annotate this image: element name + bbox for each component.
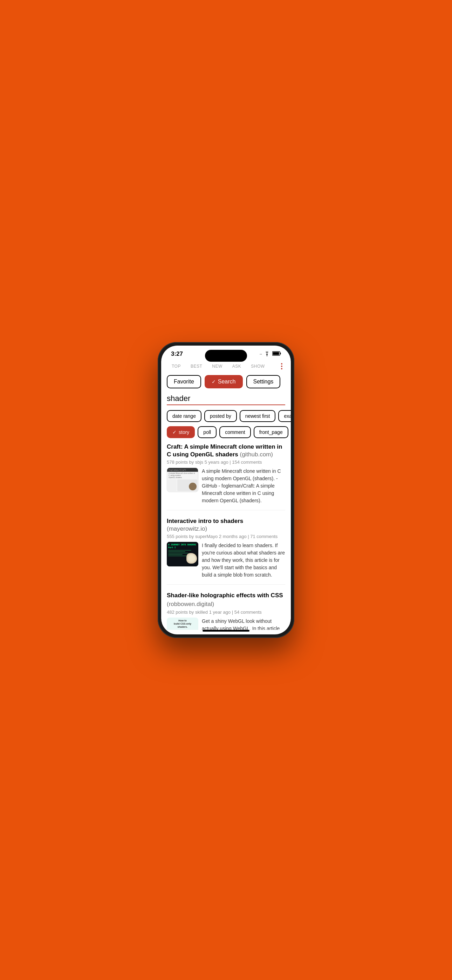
thumb-title: A JOURNEY INTO SHADERSPart I: [168, 543, 197, 548]
story-domain: (robbowen.digital): [167, 601, 214, 608]
dot-2: [281, 366, 282, 367]
search-input-container: [161, 391, 291, 408]
thumb-css-inner: How tobuild CSS-onlyshaders.: [167, 617, 198, 630]
more-menu-button[interactable]: [278, 362, 285, 371]
filter-exact-match[interactable]: exact match: [278, 410, 291, 422]
filter-posted-by[interactable]: posted by: [204, 410, 237, 422]
action-buttons: Favorite ✓ Search Settings: [161, 372, 291, 391]
results-list: Craft: A simple Minecraft clone written …: [161, 440, 291, 630]
story-title[interactable]: Interactive intro to shaders (mayerowitz…: [167, 517, 285, 533]
phone-frame: 3:27 ··· TOP BEST NEW ASK SHOW: [158, 342, 294, 638]
svg-rect-2: [272, 352, 279, 355]
search-input[interactable]: [167, 393, 285, 405]
thumb-text: How tobuild CSS-onlyshaders.: [174, 619, 191, 628]
thumb-sidebar: [168, 479, 177, 491]
thumb-header: fogleman/Craft: [167, 468, 198, 472]
filter-date-range[interactable]: date range: [167, 410, 202, 422]
story-title[interactable]: Craft: A simple Minecraft clone written …: [167, 443, 285, 458]
thumb-shader-inner: A JOURNEY INTO SHADERSPart I: [167, 542, 198, 566]
story-content: fogleman/Craft A simple Minecraft clone …: [167, 468, 285, 504]
story-content: How tobuild CSS-onlyshaders. Get a: [167, 617, 285, 630]
thumb-main: [177, 479, 197, 491]
story-item: Shader-like holographic effects with CSS…: [167, 592, 285, 630]
filter-newest-first[interactable]: newest first: [240, 410, 276, 422]
story-preview: I finally decided to learn shaders. If y…: [202, 542, 285, 579]
battery-icon: [272, 351, 281, 357]
settings-button[interactable]: Settings: [246, 375, 281, 388]
story-item: Interactive intro to shaders (mayerowitz…: [167, 517, 285, 585]
wifi-icon: [264, 351, 270, 357]
story-preview: Get a shiny WebGL look without actually …: [202, 617, 285, 630]
favorite-button[interactable]: Favorite: [167, 375, 201, 388]
tab-top[interactable]: TOP: [167, 363, 186, 370]
story-thumbnail: How tobuild CSS-onlyshaders.: [167, 617, 198, 630]
story-item: Craft: A simple Minecraft clone written …: [167, 443, 285, 510]
tab-show[interactable]: SHOW: [246, 363, 269, 370]
shader-blob: [186, 553, 197, 563]
tab-new[interactable]: NEW: [207, 363, 228, 370]
story-domain: (github.com): [240, 451, 272, 458]
story-meta: 482 points by skilled 1 year ago | 54 co…: [167, 609, 285, 615]
checkmark-icon: ✓: [212, 379, 216, 385]
search-button[interactable]: ✓ Search: [205, 375, 243, 388]
phone-screen: 3:27 ··· TOP BEST NEW ASK SHOW: [161, 345, 291, 635]
thumb-body: [167, 479, 198, 492]
status-icons: ···: [259, 351, 281, 357]
story-meta: 578 points by sbjs 5 years ago | 154 com…: [167, 460, 285, 465]
dot-1: [281, 363, 282, 364]
check-icon: ✓: [172, 430, 177, 435]
story-title[interactable]: Shader-like holographic effects with CSS: [167, 592, 285, 599]
filter-row-1: date range posted by newest first exact …: [161, 408, 291, 424]
dot-3: [281, 368, 282, 369]
story-preview: A simple Minecraft clone written in C us…: [202, 468, 285, 504]
filter-poll[interactable]: poll: [197, 426, 216, 438]
story-thumbnail: A JOURNEY INTO SHADERSPart I: [167, 542, 198, 566]
story-domain-line: (robbowen.digital): [167, 600, 285, 608]
filter-row-2: ✓ story poll comment front_page ask: [161, 424, 291, 440]
story-title-text: Interactive intro to shaders: [167, 518, 243, 524]
story-meta: 555 points by superMayo 2 months ago | 7…: [167, 534, 285, 539]
story-title-text: Shader-like holographic effects with CSS: [167, 592, 283, 599]
nav-tabs: TOP BEST NEW ASK SHOW: [161, 360, 291, 372]
story-label: story: [179, 430, 189, 435]
story-thumbnail: fogleman/Craft A simple Minecraft clone …: [167, 468, 198, 492]
search-button-label: Search: [218, 379, 236, 385]
filter-front-page[interactable]: front_page: [254, 426, 288, 438]
story-domain: (mayerowitz.io): [167, 525, 207, 532]
tab-best[interactable]: BEST: [186, 363, 207, 370]
dynamic-island: [205, 350, 247, 362]
tab-ask[interactable]: ASK: [228, 363, 246, 370]
avatar: [189, 483, 197, 490]
status-time: 3:27: [171, 350, 183, 358]
svg-point-0: [266, 355, 267, 356]
svg-rect-3: [280, 353, 281, 354]
home-indicator: [202, 630, 250, 632]
filter-story[interactable]: ✓ story: [167, 426, 195, 438]
story-content: A JOURNEY INTO SHADERSPart I I final: [167, 542, 285, 579]
filter-comment[interactable]: comment: [220, 426, 251, 438]
signal-icon: ···: [259, 352, 262, 356]
